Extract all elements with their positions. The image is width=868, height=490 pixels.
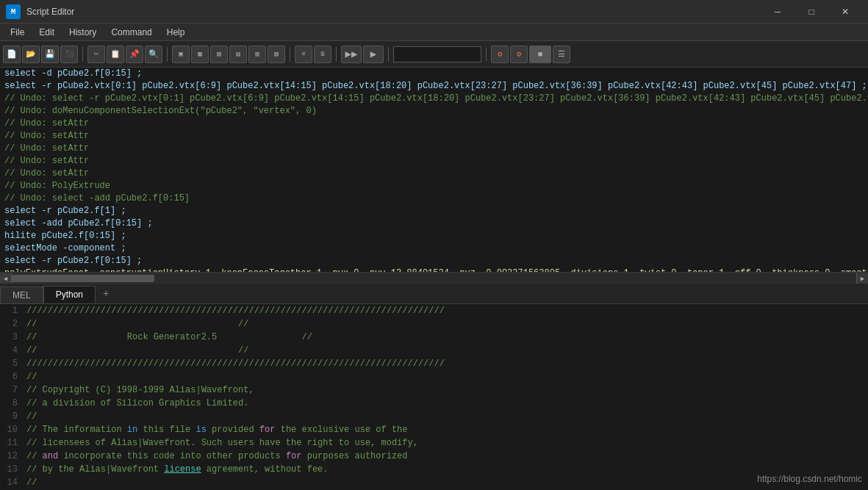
editor-area[interactable]: 1 //////////////////////////////////////…: [0, 304, 868, 490]
output-line: select -d pCube2.f[0:15] ;: [0, 68, 868, 80]
menu-bar: File Edit History Command Help: [0, 24, 868, 41]
output-line: select -r pCube2.f[0:15] ;: [0, 255, 868, 267]
code-line: 2 // //: [0, 317, 868, 331]
code-line: 14 //: [0, 476, 868, 489]
output-line: // Undo: select -add pCube2.f[0:15]: [0, 192, 868, 205]
view5-button[interactable]: ▥: [248, 46, 266, 63]
code-line: 12 // and incorporate this code into oth…: [0, 450, 868, 463]
output-area[interactable]: select -d pCube2.f[0:15] ; select -r pCu…: [0, 68, 868, 273]
tab-python[interactable]: Python: [43, 286, 96, 303]
code-line: 11 // licensees of Alias|Wavefront. Such…: [0, 436, 868, 450]
command-input[interactable]: [393, 46, 481, 62]
toolbar-sep-3: [290, 47, 290, 62]
maximize-button[interactable]: □: [795, 0, 828, 24]
view2-button[interactable]: ▦: [191, 46, 209, 63]
cut-button[interactable]: ✂: [87, 46, 105, 63]
tabs-bar: MEL Python +: [0, 284, 868, 304]
view6-button[interactable]: ▨: [268, 46, 285, 63]
code-line: 10 // The information in this file is pr…: [0, 423, 868, 436]
code-line: 6 //: [0, 370, 868, 383]
output-line: // Undo: setAttr: [0, 155, 868, 167]
code-line: 9 //: [0, 410, 868, 423]
hscroll-left[interactable]: ◀: [0, 273, 12, 284]
output-line: // Undo: setAttr: [0, 143, 868, 155]
output-line: select -add pCube2.f[0:15] ;: [0, 217, 868, 230]
code-line: 5 //////////////////////////////////////…: [0, 357, 868, 370]
minimize-button[interactable]: ─: [761, 0, 795, 24]
window-title: Script Editor: [26, 7, 761, 17]
paste-button[interactable]: 📌: [126, 46, 143, 63]
toolbar-sep-4: [336, 47, 337, 62]
output-line: // Undo: doMenuComponentSelectionExt("pC…: [0, 105, 868, 118]
output-line: select -r pCube2.f[1] ;: [0, 205, 868, 217]
title-bar: M Script Editor ─ □ ✕: [0, 0, 868, 24]
menu-edit[interactable]: Edit: [32, 26, 62, 39]
toolbar: 📄 📂 💾 ⬛ ✂ 📋 📌 🔍 ▣ ▦ ▧ ▤ ▥ ▨ ≡ ≣ ▶▶ ▶ ⚙ ⚙…: [0, 41, 868, 68]
app-icon: M: [6, 4, 21, 19]
code-line: 8 // a division of Silicon Graphics Limi…: [0, 397, 868, 410]
hscroll-right[interactable]: ▶: [856, 273, 868, 284]
new-file-button[interactable]: 📄: [3, 46, 21, 63]
menu-file[interactable]: File: [3, 26, 32, 39]
open-file-button[interactable]: 📂: [22, 46, 40, 63]
tab-add-button[interactable]: +: [96, 285, 116, 303]
toolbar-sep-1: [82, 47, 83, 62]
output-line: select -r pCube2.vtx[0:1] pCube2.vtx[6:9…: [0, 80, 868, 93]
output-line: // Undo: select -r pCube2.vtx[0:1] pCube…: [0, 93, 868, 105]
copy-button[interactable]: 📋: [107, 46, 124, 63]
code-line: 1 //////////////////////////////////////…: [0, 304, 868, 317]
menu-history[interactable]: History: [62, 26, 104, 39]
view1-button[interactable]: ▣: [172, 46, 190, 63]
window-controls: ─ □ ✕: [761, 0, 862, 24]
toolbar-sep-6: [486, 47, 487, 62]
menu-command[interactable]: Command: [104, 26, 159, 39]
code-line: 7 // Copyright (C) 1998-1999 Alias|Wavef…: [0, 383, 868, 397]
output-line: // Undo: setAttr: [0, 118, 868, 130]
code-line: 13 // by the Alias|Wavefront license agr…: [0, 463, 868, 476]
run-all-button[interactable]: ▶▶: [341, 46, 362, 63]
outdent-button[interactable]: ≣: [314, 46, 331, 63]
output-line: // Undo: setAttr: [0, 167, 868, 180]
save-special-button[interactable]: ⬛: [60, 46, 78, 63]
tool2-button[interactable]: ⚙: [510, 46, 528, 63]
menu-help[interactable]: Help: [159, 26, 193, 39]
color-button[interactable]: ■: [529, 46, 551, 63]
toolbar-sep-2: [167, 47, 168, 62]
list-button[interactable]: ☰: [553, 46, 570, 63]
output-line: polyExtrudeFacet -constructionHistory 1 …: [0, 267, 868, 273]
save-file-button[interactable]: 💾: [41, 46, 59, 63]
find-button[interactable]: 🔍: [145, 46, 162, 63]
output-line: hilite pCube2.f[0:15] ;: [0, 230, 868, 242]
code-line: 3 // Rock Generator2.5 //: [0, 331, 868, 344]
view4-button[interactable]: ▤: [229, 46, 247, 63]
view3-button[interactable]: ▧: [210, 46, 228, 63]
code-line: 4 // //: [0, 344, 868, 357]
run-button[interactable]: ▶: [363, 46, 384, 63]
watermark: https://blog.csdn.net/homic: [757, 474, 862, 484]
output-line: // Undo: PolyExtrude: [0, 180, 868, 192]
output-hscroll[interactable]: ▶ ◀: [0, 273, 868, 284]
tab-mel[interactable]: MEL: [0, 287, 43, 303]
tool1-button[interactable]: ⚙: [491, 46, 509, 63]
close-button[interactable]: ✕: [828, 0, 862, 24]
hscroll-thumb[interactable]: [7, 275, 154, 282]
output-line: selectMode -component ;: [0, 242, 868, 255]
toolbar-sep-5: [388, 47, 389, 62]
indent-button[interactable]: ≡: [295, 46, 312, 63]
output-line: // Undo: setAttr: [0, 130, 868, 143]
